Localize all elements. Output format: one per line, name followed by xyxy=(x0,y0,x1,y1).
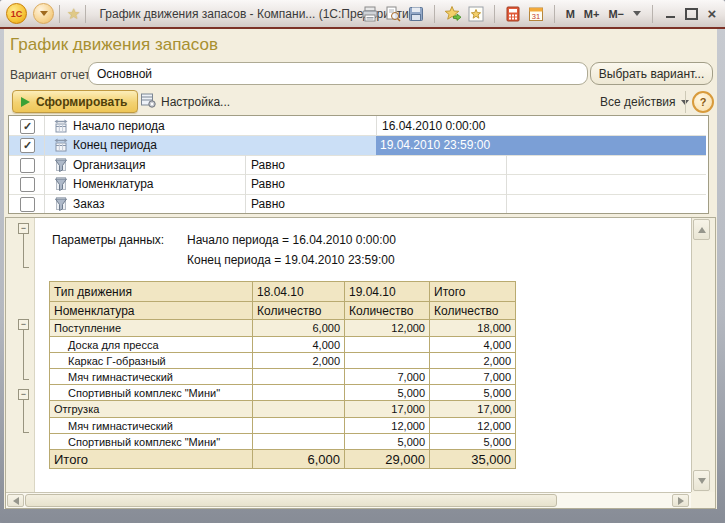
value-cell[interactable]: 6,000 xyxy=(253,450,345,469)
all-actions-button[interactable]: Все действия xyxy=(600,95,689,109)
minimize-button[interactable] xyxy=(661,5,679,23)
value-cell[interactable] xyxy=(253,418,345,434)
value-cell[interactable]: 6,000 xyxy=(253,320,345,337)
header-cell[interactable]: Количество xyxy=(345,302,430,320)
item-label-cell[interactable]: Доска для пресса xyxy=(50,337,253,353)
value-cell[interactable]: 7,000 xyxy=(430,369,516,385)
header-cell[interactable]: Количество xyxy=(430,302,516,320)
filter-row-organization[interactable]: Организация Равно xyxy=(9,155,706,174)
close-button[interactable]: × xyxy=(703,5,721,23)
scrollbar-thumb[interactable] xyxy=(25,494,557,507)
filter-row-end-period[interactable]: ✓ Конец периода 19.04.2010 23:59:00 xyxy=(9,135,706,155)
memory-m-minus-button[interactable]: M− xyxy=(605,8,627,20)
select-variant-button[interactable]: Выбрать вариант... xyxy=(590,62,713,85)
value-cell[interactable]: 4,000 xyxy=(253,337,345,353)
calculator-icon[interactable] xyxy=(503,4,523,24)
header-cell[interactable]: Тип движения xyxy=(50,282,253,302)
header-cell[interactable]: 19.04.10 xyxy=(345,282,430,302)
filter-value[interactable]: 16.04.2010 0:00:00 xyxy=(378,116,485,135)
checkbox[interactable]: ✓ xyxy=(20,119,35,134)
checkbox[interactable]: ✓ xyxy=(20,138,35,153)
system-menu-button[interactable] xyxy=(33,3,54,24)
header-cell[interactable]: Номенклатура xyxy=(50,302,253,320)
checkbox[interactable] xyxy=(20,177,35,192)
variant-value: Основной xyxy=(97,67,152,81)
value-cell[interactable]: 12,000 xyxy=(345,418,430,434)
maximize-button[interactable] xyxy=(682,5,700,23)
table-group-row: Поступление 6,000 12,000 18,000 xyxy=(50,320,516,337)
header-cell[interactable]: Количество xyxy=(253,302,345,320)
data-params-label[interactable]: Параметры данных: xyxy=(52,233,164,247)
header-cell[interactable]: 18.04.10 xyxy=(253,282,345,302)
checkbox[interactable] xyxy=(20,158,35,173)
report-sheet[interactable]: Параметры данных: Начало периода = 16.04… xyxy=(34,218,692,492)
value-cell[interactable]: 5,000 xyxy=(430,434,516,450)
filter-condition[interactable]: Равно xyxy=(251,155,285,174)
collapse-group-button[interactable]: − xyxy=(18,319,29,330)
value-cell[interactable]: 12,000 xyxy=(345,320,430,337)
filter-row-nomenclature[interactable]: Номенклатура Равно xyxy=(9,174,706,194)
value-cell[interactable]: 4,000 xyxy=(430,337,516,353)
value-cell[interactable] xyxy=(253,401,345,418)
value-cell[interactable]: 2,000 xyxy=(430,353,516,369)
value-cell[interactable]: 29,000 xyxy=(345,450,430,469)
generate-button[interactable]: Сформировать xyxy=(12,90,138,113)
favorites-list-icon[interactable] xyxy=(466,4,486,24)
checkbox[interactable] xyxy=(20,197,35,212)
param-end-period[interactable]: Конец периода = 19.04.2010 23:59:00 xyxy=(187,253,395,267)
value-cell[interactable]: 5,000 xyxy=(430,385,516,401)
help-button[interactable]: ? xyxy=(692,91,714,113)
memory-m-button[interactable]: M xyxy=(563,8,578,20)
settings-button[interactable]: Настройка... xyxy=(140,92,230,111)
collapse-group-button[interactable]: − xyxy=(18,223,29,234)
horizontal-scrollbar[interactable] xyxy=(6,492,691,508)
filter-row-order[interactable]: Заказ Равно xyxy=(9,194,706,213)
filter-value-selected[interactable]: 19.04.2010 23:59:00 xyxy=(376,135,706,155)
value-cell[interactable] xyxy=(253,434,345,450)
total-label-cell[interactable]: Итого xyxy=(50,450,253,469)
scroll-right-button[interactable] xyxy=(672,494,689,507)
value-cell[interactable]: 7,000 xyxy=(345,369,430,385)
header-cell[interactable]: Итого xyxy=(430,282,516,302)
item-label-cell[interactable]: Спортивный комплекс "Мини" xyxy=(50,385,253,401)
value-cell[interactable] xyxy=(253,385,345,401)
value-cell[interactable]: 2,000 xyxy=(253,353,345,369)
favorites-star-icon[interactable]: ★ xyxy=(67,5,80,23)
value-cell[interactable] xyxy=(345,337,430,353)
calendar-icon[interactable]: 31 xyxy=(526,4,546,24)
collapse-group-button[interactable]: − xyxy=(18,389,29,400)
memory-m-plus-button[interactable]: M+ xyxy=(581,8,603,20)
toolbar-overflow-chevron-icon[interactable] xyxy=(633,11,641,16)
filter-condition[interactable]: Равно xyxy=(251,174,285,194)
variant-input[interactable]: Основной xyxy=(88,62,588,85)
item-label-cell[interactable]: Мяч гимнастический xyxy=(50,418,253,434)
value-cell[interactable]: 17,000 xyxy=(345,401,430,418)
print-icon[interactable] xyxy=(360,4,380,24)
vertical-scrollbar[interactable] xyxy=(691,218,711,492)
value-cell[interactable]: 35,000 xyxy=(430,450,516,469)
separator xyxy=(59,5,60,23)
filter-funnel-icon xyxy=(53,196,69,212)
value-cell[interactable]: 12,000 xyxy=(430,418,516,434)
filter-row-begin-period[interactable]: ✓ Начало периода 16.04.2010 0:00:00 xyxy=(9,116,706,135)
value-cell[interactable]: 17,000 xyxy=(430,401,516,418)
item-label-cell[interactable]: Каркас Г-образный xyxy=(50,353,253,369)
item-label-cell[interactable]: Мяч гимнастический xyxy=(50,369,253,385)
item-label-cell[interactable]: Спортивный комплекс "Мини" xyxy=(50,434,253,450)
scroll-down-button[interactable] xyxy=(693,470,710,491)
filter-condition[interactable]: Равно xyxy=(251,194,285,213)
value-cell[interactable]: 5,000 xyxy=(345,385,430,401)
value-cell[interactable]: 18,000 xyxy=(430,320,516,337)
save-icon[interactable] xyxy=(406,4,426,24)
1c-logo-icon[interactable]: 1С xyxy=(6,3,27,24)
group-label-cell[interactable]: Поступление xyxy=(50,320,253,337)
scroll-up-button[interactable] xyxy=(693,219,710,240)
value-cell[interactable] xyxy=(345,353,430,369)
value-cell[interactable] xyxy=(253,369,345,385)
value-cell[interactable]: 5,000 xyxy=(345,434,430,450)
param-begin-period[interactable]: Начало периода = 16.04.2010 0:00:00 xyxy=(187,233,396,247)
scroll-left-button[interactable] xyxy=(7,494,24,507)
group-label-cell[interactable]: Отгрузка xyxy=(50,401,253,418)
add-to-favorites-icon[interactable] xyxy=(443,4,463,24)
print-preview-icon[interactable] xyxy=(383,4,403,24)
